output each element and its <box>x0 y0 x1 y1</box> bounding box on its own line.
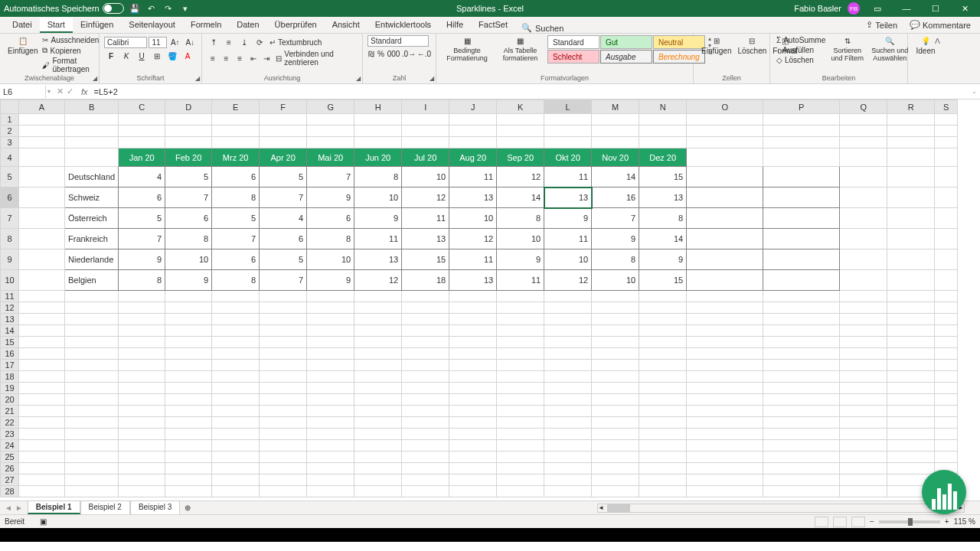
cell[interactable] <box>763 452 840 463</box>
cell[interactable] <box>449 114 497 126</box>
zoom-slider[interactable] <box>879 520 940 523</box>
cell[interactable] <box>887 167 935 187</box>
cell[interactable] <box>402 452 449 463</box>
cell[interactable] <box>449 463 497 474</box>
cell[interactable] <box>307 325 354 337</box>
cell[interactable]: 15 <box>639 167 687 187</box>
cell[interactable] <box>165 126 212 137</box>
row-header[interactable]: 1 <box>1 114 19 126</box>
save-icon[interactable]: 💾 <box>129 2 141 15</box>
cell[interactable] <box>840 406 887 417</box>
cell[interactable] <box>65 429 119 440</box>
cell[interactable] <box>19 249 65 270</box>
cell[interactable] <box>119 406 165 417</box>
comma-icon[interactable]: 000 <box>387 47 400 60</box>
cell[interactable] <box>402 126 449 137</box>
cell[interactable]: 11 <box>449 167 497 187</box>
cell[interactable] <box>65 406 119 417</box>
cell[interactable] <box>687 187 763 208</box>
cell[interactable] <box>119 371 165 383</box>
number-format-select[interactable]: Standard <box>368 35 429 47</box>
cell[interactable] <box>65 474 119 486</box>
menu-tab-einfügen[interactable]: Einfügen <box>73 18 121 33</box>
cell[interactable] <box>119 463 165 474</box>
cell[interactable] <box>592 452 639 463</box>
cell[interactable] <box>497 429 544 440</box>
cell[interactable] <box>402 348 449 360</box>
cell[interactable] <box>763 126 840 137</box>
cell[interactable] <box>497 383 544 394</box>
cell[interactable] <box>354 429 402 440</box>
cell[interactable] <box>19 371 65 383</box>
cell[interactable] <box>65 325 119 337</box>
cell[interactable] <box>307 440 354 452</box>
cell[interactable] <box>260 314 307 325</box>
cell[interactable] <box>763 167 840 187</box>
cell[interactable] <box>449 360 497 371</box>
align-center-icon[interactable]: ≡ <box>220 51 233 65</box>
cell[interactable] <box>402 325 449 337</box>
cell[interactable] <box>402 137 449 148</box>
cell[interactable] <box>639 383 687 394</box>
dialog-launcher-icon[interactable]: ◢ <box>93 75 97 82</box>
cell[interactable] <box>687 208 763 229</box>
cell[interactable]: 14 <box>639 229 687 249</box>
cell[interactable] <box>212 291 260 302</box>
row-header[interactable]: 4 <box>1 148 19 167</box>
cell[interactable] <box>763 137 840 148</box>
cell[interactable] <box>307 429 354 440</box>
cell[interactable] <box>840 429 887 440</box>
cell[interactable] <box>212 114 260 126</box>
cell[interactable]: 8 <box>497 208 544 229</box>
cell[interactable] <box>307 486 354 497</box>
cell[interactable] <box>592 406 639 417</box>
cell[interactable]: 10 <box>354 187 402 208</box>
cell[interactable] <box>119 429 165 440</box>
cell[interactable]: 15 <box>639 270 687 291</box>
cell[interactable] <box>639 394 687 406</box>
cell[interactable] <box>449 291 497 302</box>
cell[interactable] <box>687 406 763 417</box>
cell[interactable] <box>65 360 119 371</box>
fill-button[interactable]: ↓Ausfüllen <box>775 45 827 55</box>
row-header[interactable]: 26 <box>1 463 19 474</box>
cell[interactable] <box>19 208 65 229</box>
cell[interactable] <box>497 291 544 302</box>
cell[interactable] <box>497 486 544 497</box>
cell[interactable] <box>212 417 260 429</box>
cell[interactable] <box>65 440 119 452</box>
merge-center-button[interactable]: ⊟Verbinden und zentrieren <box>274 49 358 67</box>
cell[interactable] <box>307 371 354 383</box>
cell[interactable] <box>544 474 592 486</box>
qat-customize-icon[interactable]: ▾ <box>179 2 191 15</box>
cell[interactable] <box>307 337 354 348</box>
cell[interactable] <box>402 394 449 406</box>
cell[interactable] <box>840 302 887 314</box>
dialog-launcher-icon[interactable]: ◢ <box>195 75 200 82</box>
cell[interactable] <box>65 314 119 325</box>
cell[interactable]: 13 <box>402 229 449 249</box>
cell[interactable] <box>497 463 544 474</box>
delete-cells-button[interactable]: ⊟Löschen <box>734 35 769 57</box>
cell[interactable] <box>402 302 449 314</box>
cell[interactable] <box>887 187 935 208</box>
cell[interactable] <box>840 394 887 406</box>
row-header[interactable]: 3 <box>1 137 19 148</box>
cell[interactable]: 6 <box>119 187 165 208</box>
cell[interactable] <box>497 302 544 314</box>
decrease-font-icon[interactable]: A↓ <box>184 35 198 49</box>
align-top-icon[interactable]: ⤒ <box>207 35 220 49</box>
cell[interactable] <box>639 417 687 429</box>
cell[interactable] <box>165 314 212 325</box>
cell[interactable] <box>592 114 639 126</box>
cell[interactable] <box>165 463 212 474</box>
row-header[interactable]: 15 <box>1 337 19 348</box>
cell[interactable]: Mrz 20 <box>212 148 260 167</box>
column-header[interactable]: Q <box>840 100 887 114</box>
cell[interactable] <box>260 302 307 314</box>
column-header[interactable]: A <box>19 100 65 114</box>
cell[interactable] <box>887 360 935 371</box>
cell[interactable] <box>687 302 763 314</box>
style-ausgabe[interactable]: Ausgabe <box>600 50 652 64</box>
cell[interactable]: 13 <box>544 187 592 208</box>
